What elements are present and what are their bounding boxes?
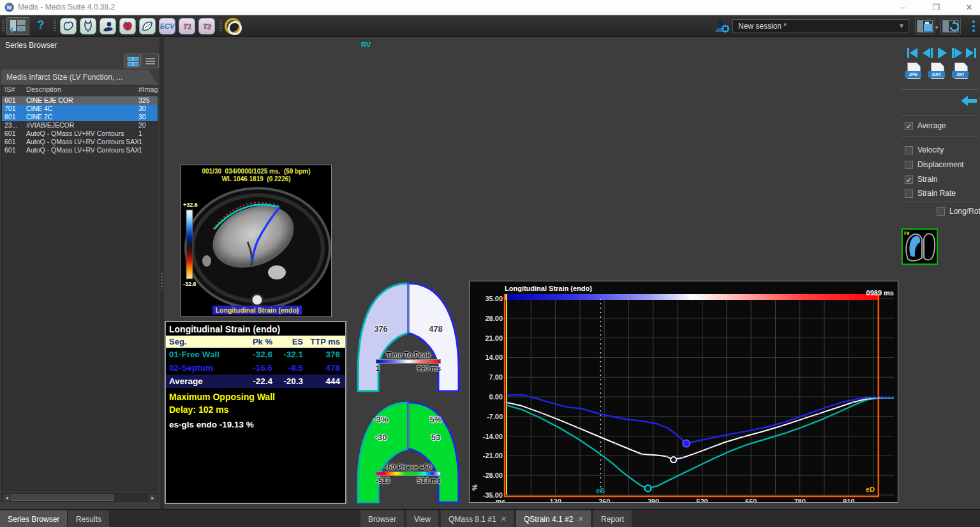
time-to-peak-bullseye[interactable]: 376 478 Time To Peak 1 990 ms (352, 274, 465, 394)
checkbox-icon[interactable] (905, 189, 913, 198)
tab-series-browser[interactable]: Series Browser (0, 510, 67, 527)
col-pk: Pk % (236, 337, 276, 346)
export-dat-button[interactable]: DAT (928, 63, 946, 82)
checkbox-average[interactable]: ✓Average (905, 121, 946, 130)
series-cell[interactable]: 601 (2, 130, 26, 138)
series-cell[interactable]: 325 (138, 96, 158, 105)
tab-close-icon[interactable]: ✕ (577, 515, 583, 523)
series-cell[interactable]: 30 (138, 105, 158, 113)
series-table-header[interactable]: \S# Description #Images (2, 85, 158, 96)
series-cell[interactable]: 601 (2, 146, 26, 154)
series-cell[interactable]: 1 (138, 138, 158, 146)
tab-view[interactable]: View (406, 510, 438, 527)
minimize-button[interactable]: – (889, 0, 917, 15)
series-row[interactable]: 601AutoQ - QMass LV+RV Contours SAX1 (2, 146, 158, 154)
playback-controls[interactable] (906, 46, 977, 60)
panel-splitter[interactable] (160, 37, 164, 509)
checkbox-strain[interactable]: ✓Strain (905, 175, 937, 184)
series-row[interactable]: 601AutoQ - QMass LV+RV Contours SAX1 (2, 138, 158, 146)
tab-results[interactable]: Results (68, 510, 109, 527)
series-cell[interactable]: 1 (138, 146, 158, 154)
ring-app-icon[interactable] (225, 18, 241, 34)
results-row-freewall[interactable]: 01-Free Wall-32.6-32.1376 (166, 348, 345, 361)
layout-chevron-icon[interactable]: ▾ (935, 24, 939, 31)
toolbar-grip[interactable] (219, 20, 222, 33)
series-cell[interactable]: 701 (2, 105, 26, 113)
series-cell[interactable]: 1 (138, 130, 158, 138)
series-cell[interactable]: 30 (138, 113, 158, 121)
strain-chart[interactable]: Longitudinal Strain (endo) 0989 ms eSeD3… (469, 281, 898, 503)
checkbox-long-rot[interactable]: Long/Rot (937, 207, 980, 216)
3d-heart-app-icon[interactable] (119, 18, 136, 34)
series-cell[interactable]: AutoQ - QMass LV+RV Contours (26, 130, 138, 138)
scroll-left-icon[interactable]: ◂ (3, 494, 11, 501)
t2-app-icon[interactable]: T2 (198, 18, 215, 34)
tab-browser[interactable]: Browser (360, 510, 404, 527)
ecv-app-icon[interactable]: ECV (159, 18, 175, 34)
results-row-average[interactable]: Average-22.4-20.3444 (166, 375, 345, 388)
svg-text:260: 260 (598, 498, 610, 502)
series-row[interactable]: 601CINE EJE COR325 (2, 96, 158, 105)
help-button[interactable]: ? (37, 18, 45, 32)
list-view-button[interactable] (142, 54, 159, 68)
series-cell[interactable]: AutoQ - QMass LV+RV Contours SAX (26, 138, 138, 146)
phase-bullseye[interactable]: -3% -30 5% 53 -50 Phase +50 -513 513 ms (352, 394, 465, 505)
qflow-app-icon[interactable] (80, 18, 96, 34)
qvalve-app-icon[interactable] (139, 18, 156, 34)
checkbox-icon[interactable] (937, 207, 945, 216)
scroll-right-icon[interactable]: ▸ (149, 494, 157, 501)
series-row[interactable]: 801CINE 2C30 (2, 113, 158, 121)
close-button[interactable]: ✕ (955, 0, 980, 15)
checkbox-strain-rate[interactable]: Strain Rate (905, 189, 956, 198)
col-description[interactable]: Description (26, 85, 138, 96)
series-row[interactable]: 601AutoQ - QMass LV+RV Contours1 (2, 130, 158, 138)
series-cell[interactable]: 601 (2, 138, 26, 146)
series-horizontal-scrollbar[interactable]: ◂ ▸ (1, 493, 158, 502)
checkbox-icon[interactable]: ✓ (905, 122, 913, 130)
overflow-menu-button[interactable] (972, 20, 975, 34)
series-cell[interactable]: 801 (2, 113, 26, 121)
checkbox-displacement[interactable]: Displacement (905, 160, 964, 169)
save-layout-button[interactable] (915, 18, 935, 34)
restore-button[interactable]: ❐ (922, 0, 950, 15)
series-row[interactable]: 701CINE 4C30 (2, 105, 158, 113)
series-cell[interactable]: CINE EJE COR (26, 96, 138, 105)
checkbox-icon[interactable] (905, 146, 913, 154)
results-row-septum[interactable]: 02-Septum-16.6-8.5478 (166, 361, 345, 375)
tab-qmass-8-1-1[interactable]: QMass 8.1 #1✕ (441, 510, 514, 527)
checkbox-icon[interactable]: ✓ (905, 175, 913, 184)
series-cell[interactable]: CINE 4C (26, 105, 138, 113)
series-row[interactable]: 23...#VIAB/EJECOR20 (2, 121, 158, 130)
series-cell[interactable]: AutoQ - QMass LV+RV Contours SAX (26, 146, 138, 154)
checkbox-label: Long/Rot (949, 207, 980, 216)
tab-close-icon[interactable]: ✕ (500, 515, 506, 523)
toolbar-grip[interactable] (2, 20, 4, 33)
export-avi-button[interactable]: AVI (952, 63, 970, 82)
series-cell[interactable]: 23... (2, 121, 26, 130)
mri-viewport[interactable]: 001/30 034/0000/1025 ms. (59 bpm) WL 104… (181, 165, 332, 317)
t1-app-icon[interactable]: T1 (179, 18, 195, 34)
rv-orientation-thumbnail[interactable]: rv (902, 228, 938, 265)
viewer-layout-button[interactable] (6, 17, 29, 35)
qangio-app-icon[interactable] (100, 18, 116, 34)
series-cell[interactable]: #VIAB/EJECOR (26, 121, 138, 130)
series-cell[interactable]: CINE 2C (26, 113, 138, 121)
back-arrow-button[interactable] (960, 94, 977, 107)
checkbox-velocity[interactable]: Velocity (905, 145, 944, 154)
col-series-number[interactable]: \S# (2, 85, 26, 96)
col-images[interactable]: #Images (138, 85, 158, 96)
grid-view-button[interactable] (124, 54, 141, 68)
session-dropdown[interactable]: New session * ▼ (732, 19, 909, 33)
series-cell[interactable]: 20 (138, 121, 158, 130)
chart-plot[interactable]: eSeD35.0028.0021.0014.007.000.00-7.00-14… (470, 281, 898, 502)
reset-layout-button[interactable] (940, 18, 961, 34)
tab-report[interactable]: Report (593, 510, 632, 527)
qmass-app-icon[interactable] (60, 18, 77, 34)
export-jpg-button[interactable]: JPG (905, 63, 923, 82)
study-tab[interactable]: Medis Infarct Size (LV Function, ... (1, 70, 158, 85)
scrollbar-thumb[interactable] (11, 494, 114, 501)
series-cell[interactable]: 601 (2, 96, 26, 105)
toolbar-grip[interactable] (54, 20, 56, 33)
tab-qstrain-4-1-2[interactable]: QStrain 4.1 #2✕ (516, 510, 591, 527)
checkbox-icon[interactable] (905, 161, 913, 169)
